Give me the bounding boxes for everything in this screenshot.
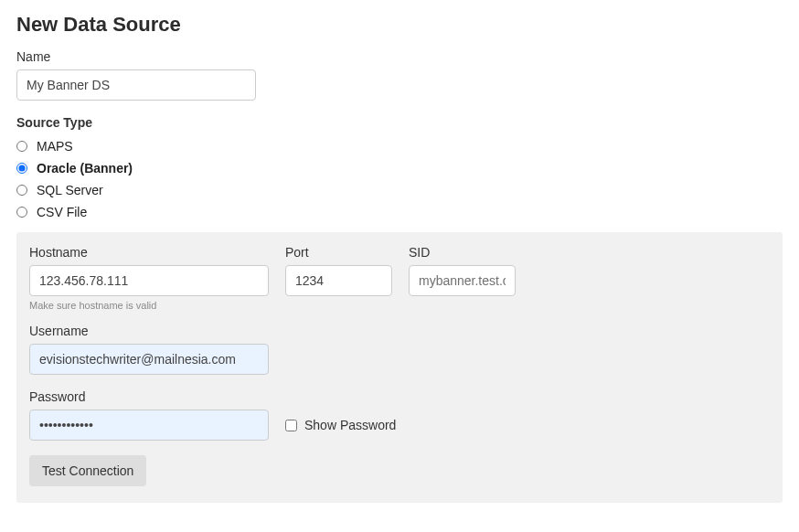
name-label: Name: [16, 49, 783, 64]
show-password-checkbox[interactable]: [285, 420, 297, 431]
radio-csv[interactable]: [16, 207, 27, 218]
hostname-hint: Make sure hostname is valid: [29, 300, 269, 311]
radio-label-maps: MAPS: [37, 139, 73, 154]
password-input[interactable]: [29, 410, 269, 441]
radio-sqlserver[interactable]: [16, 185, 27, 196]
radio-oracle[interactable]: [16, 163, 27, 174]
connection-panel: Hostname Make sure hostname is valid Por…: [16, 232, 783, 503]
source-type-option-oracle[interactable]: Oracle (Banner): [16, 157, 783, 179]
sid-label: SID: [409, 245, 516, 260]
source-type-option-csv[interactable]: CSV File: [16, 201, 783, 223]
radio-label-sqlserver: SQL Server: [37, 183, 103, 197]
hostname-input[interactable]: [29, 265, 269, 296]
sid-input[interactable]: [409, 265, 516, 296]
password-label: Password: [29, 389, 770, 404]
name-input[interactable]: [16, 69, 256, 101]
show-password-label: Show Password: [304, 418, 396, 432]
hostname-label: Hostname: [29, 245, 269, 260]
source-type-option-sqlserver[interactable]: SQL Server: [16, 179, 783, 201]
username-input[interactable]: [29, 344, 269, 375]
test-connection-button[interactable]: Test Connection: [29, 455, 146, 486]
radio-maps[interactable]: [16, 141, 27, 152]
port-label: Port: [285, 245, 392, 260]
page-title: New Data Source: [16, 13, 783, 37]
show-password-toggle[interactable]: Show Password: [285, 418, 396, 432]
source-type-label: Source Type: [16, 115, 783, 130]
source-type-option-maps[interactable]: MAPS: [16, 135, 783, 157]
radio-label-csv: CSV File: [37, 205, 87, 219]
radio-label-oracle: Oracle (Banner): [37, 161, 133, 176]
port-input[interactable]: [285, 265, 392, 296]
username-label: Username: [29, 324, 770, 338]
